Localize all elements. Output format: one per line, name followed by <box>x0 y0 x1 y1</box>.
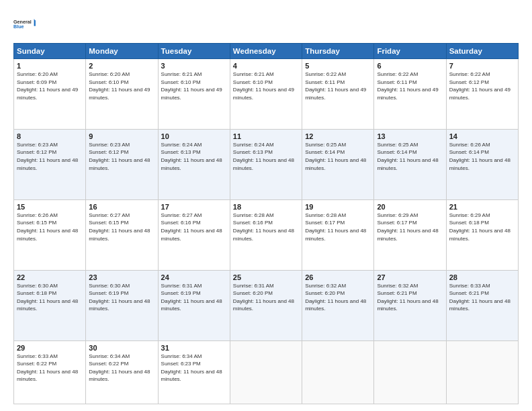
day-number: 14 <box>449 132 515 140</box>
calendar-week-row: 1 Sunrise: 6:20 AMSunset: 6:09 PMDayligh… <box>14 59 519 130</box>
day-number: 15 <box>17 203 83 211</box>
day-number: 24 <box>161 273 227 281</box>
day-info: Sunrise: 6:30 AMSunset: 6:18 PMDaylight:… <box>17 283 78 312</box>
day-number: 6 <box>377 62 443 70</box>
page: General Blue SundayMondayTuesdayWednesda… <box>0 0 532 411</box>
day-number: 27 <box>377 273 443 281</box>
day-number: 9 <box>89 132 154 140</box>
calendar-cell: 9 Sunrise: 6:23 AMSunset: 6:12 PMDayligh… <box>86 129 158 199</box>
day-number: 26 <box>305 273 371 281</box>
calendar-week-row: 8 Sunrise: 6:23 AMSunset: 6:12 PMDayligh… <box>14 129 519 199</box>
day-info: Sunrise: 6:28 AMSunset: 6:17 PMDaylight:… <box>305 212 366 242</box>
calendar-cell: 1 Sunrise: 6:20 AMSunset: 6:09 PMDayligh… <box>14 59 86 130</box>
day-info: Sunrise: 6:25 AMSunset: 6:14 PMDaylight:… <box>377 142 438 171</box>
calendar-cell: 16 Sunrise: 6:27 AMSunset: 6:15 PMDaylig… <box>86 199 158 270</box>
calendar-week-row: 15 Sunrise: 6:26 AMSunset: 6:15 PMDaylig… <box>14 199 519 270</box>
calendar-week-row: 29 Sunrise: 6:33 AMSunset: 6:22 PMDaylig… <box>14 340 519 404</box>
day-info: Sunrise: 6:22 AMSunset: 6:12 PMDaylight:… <box>449 71 511 101</box>
col-header-friday: Friday <box>374 44 446 59</box>
day-number: 3 <box>161 62 227 70</box>
calendar-cell: 2 Sunrise: 6:20 AMSunset: 6:10 PMDayligh… <box>86 59 158 130</box>
calendar-cell: 14 Sunrise: 6:26 AMSunset: 6:14 PMDaylig… <box>446 129 518 199</box>
day-info: Sunrise: 6:23 AMSunset: 6:12 PMDaylight:… <box>89 142 150 171</box>
day-info: Sunrise: 6:33 AMSunset: 6:22 PMDaylight:… <box>17 353 78 383</box>
day-number: 29 <box>17 344 83 352</box>
day-number: 5 <box>305 62 371 70</box>
day-number: 16 <box>89 203 154 211</box>
day-info: Sunrise: 6:28 AMSunset: 6:16 PMDaylight:… <box>233 212 294 242</box>
calendar-cell <box>446 340 518 404</box>
calendar-cell: 25 Sunrise: 6:31 AMSunset: 6:20 PMDaylig… <box>230 270 302 340</box>
calendar-cell <box>230 340 302 404</box>
calendar-cell: 29 Sunrise: 6:33 AMSunset: 6:22 PMDaylig… <box>14 340 86 404</box>
calendar-header-row: SundayMondayTuesdayWednesdayThursdayFrid… <box>14 44 519 59</box>
col-header-tuesday: Tuesday <box>158 44 230 59</box>
day-info: Sunrise: 6:21 AMSunset: 6:10 PMDaylight:… <box>233 71 294 101</box>
day-info: Sunrise: 6:27 AMSunset: 6:16 PMDaylight:… <box>161 212 222 242</box>
day-info: Sunrise: 6:32 AMSunset: 6:21 PMDaylight:… <box>377 283 438 312</box>
calendar-cell: 28 Sunrise: 6:33 AMSunset: 6:21 PMDaylig… <box>446 270 518 340</box>
calendar-cell: 5 Sunrise: 6:22 AMSunset: 6:11 PMDayligh… <box>302 59 374 130</box>
calendar-cell: 13 Sunrise: 6:25 AMSunset: 6:14 PMDaylig… <box>374 129 446 199</box>
svg-marker-2 <box>34 19 37 26</box>
day-info: Sunrise: 6:31 AMSunset: 6:19 PMDaylight:… <box>161 283 222 312</box>
header: General Blue <box>13 12 519 36</box>
day-info: Sunrise: 6:20 AMSunset: 6:09 PMDaylight:… <box>17 71 78 101</box>
col-header-monday: Monday <box>86 44 158 59</box>
col-header-thursday: Thursday <box>302 44 374 59</box>
day-info: Sunrise: 6:26 AMSunset: 6:14 PMDaylight:… <box>449 142 511 171</box>
calendar-cell: 27 Sunrise: 6:32 AMSunset: 6:21 PMDaylig… <box>374 270 446 340</box>
calendar-cell: 24 Sunrise: 6:31 AMSunset: 6:19 PMDaylig… <box>158 270 230 340</box>
day-info: Sunrise: 6:34 AMSunset: 6:23 PMDaylight:… <box>161 353 222 383</box>
day-number: 1 <box>17 62 83 70</box>
day-number: 30 <box>89 344 154 352</box>
day-info: Sunrise: 6:31 AMSunset: 6:20 PMDaylight:… <box>233 283 294 312</box>
day-info: Sunrise: 6:22 AMSunset: 6:11 PMDaylight:… <box>377 71 438 101</box>
day-number: 11 <box>233 132 299 140</box>
day-info: Sunrise: 6:29 AMSunset: 6:18 PMDaylight:… <box>449 212 511 242</box>
col-header-sunday: Sunday <box>14 44 86 59</box>
day-number: 22 <box>17 273 83 281</box>
calendar-cell: 30 Sunrise: 6:34 AMSunset: 6:22 PMDaylig… <box>86 340 158 404</box>
day-info: Sunrise: 6:30 AMSunset: 6:19 PMDaylight:… <box>89 283 150 312</box>
calendar-cell: 31 Sunrise: 6:34 AMSunset: 6:23 PMDaylig… <box>158 340 230 404</box>
day-number: 19 <box>305 203 371 211</box>
col-header-saturday: Saturday <box>446 44 518 59</box>
day-info: Sunrise: 6:29 AMSunset: 6:17 PMDaylight:… <box>377 212 438 242</box>
day-number: 17 <box>161 203 227 211</box>
calendar-cell: 8 Sunrise: 6:23 AMSunset: 6:12 PMDayligh… <box>14 129 86 199</box>
calendar-cell: 17 Sunrise: 6:27 AMSunset: 6:16 PMDaylig… <box>158 199 230 270</box>
calendar-cell: 26 Sunrise: 6:32 AMSunset: 6:20 PMDaylig… <box>302 270 374 340</box>
day-info: Sunrise: 6:26 AMSunset: 6:15 PMDaylight:… <box>17 212 78 242</box>
day-number: 4 <box>233 62 299 70</box>
calendar-cell: 19 Sunrise: 6:28 AMSunset: 6:17 PMDaylig… <box>302 199 374 270</box>
day-number: 23 <box>89 273 154 281</box>
day-number: 13 <box>377 132 443 140</box>
calendar-cell: 6 Sunrise: 6:22 AMSunset: 6:11 PMDayligh… <box>374 59 446 130</box>
day-number: 7 <box>449 62 515 70</box>
calendar-cell: 23 Sunrise: 6:30 AMSunset: 6:19 PMDaylig… <box>86 270 158 340</box>
calendar-cell: 4 Sunrise: 6:21 AMSunset: 6:10 PMDayligh… <box>230 59 302 130</box>
calendar-cell: 22 Sunrise: 6:30 AMSunset: 6:18 PMDaylig… <box>14 270 86 340</box>
day-number: 28 <box>449 273 515 281</box>
calendar-cell: 15 Sunrise: 6:26 AMSunset: 6:15 PMDaylig… <box>14 199 86 270</box>
day-info: Sunrise: 6:32 AMSunset: 6:20 PMDaylight:… <box>305 283 366 312</box>
calendar-cell: 3 Sunrise: 6:21 AMSunset: 6:10 PMDayligh… <box>158 59 230 130</box>
day-number: 8 <box>17 132 83 140</box>
calendar-cell: 10 Sunrise: 6:24 AMSunset: 6:13 PMDaylig… <box>158 129 230 199</box>
calendar-cell: 12 Sunrise: 6:25 AMSunset: 6:14 PMDaylig… <box>302 129 374 199</box>
calendar-cell: 11 Sunrise: 6:24 AMSunset: 6:13 PMDaylig… <box>230 129 302 199</box>
day-info: Sunrise: 6:22 AMSunset: 6:11 PMDaylight:… <box>305 71 366 101</box>
day-number: 12 <box>305 132 371 140</box>
calendar-cell <box>374 340 446 404</box>
day-number: 21 <box>449 203 515 211</box>
calendar-table: SundayMondayTuesdayWednesdayThursdayFrid… <box>13 43 519 404</box>
logo: General Blue <box>13 12 38 36</box>
calendar-cell <box>302 340 374 404</box>
calendar-cell: 18 Sunrise: 6:28 AMSunset: 6:16 PMDaylig… <box>230 199 302 270</box>
day-number: 10 <box>161 132 227 140</box>
logo-icon: General Blue <box>13 12 38 36</box>
day-info: Sunrise: 6:33 AMSunset: 6:21 PMDaylight:… <box>449 283 511 312</box>
day-info: Sunrise: 6:23 AMSunset: 6:12 PMDaylight:… <box>17 142 78 171</box>
day-info: Sunrise: 6:24 AMSunset: 6:13 PMDaylight:… <box>233 142 294 171</box>
